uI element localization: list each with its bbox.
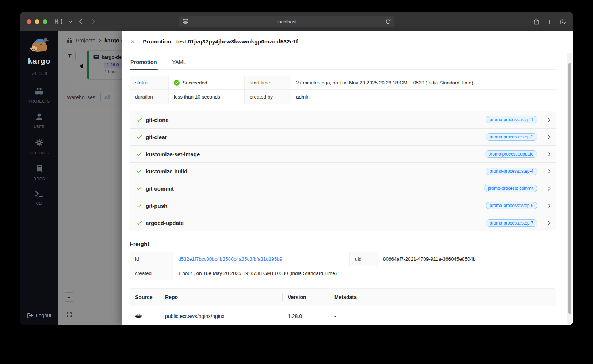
sidebar-item-label: SETTINGS xyxy=(29,151,49,155)
sidebar-toggle-icon[interactable] xyxy=(54,12,63,31)
app-viewport: kargo v1.5.0 PROJECTS xyxy=(20,31,573,325)
step-name: kustomize-build xyxy=(146,168,187,175)
check-icon xyxy=(137,221,142,225)
step-alias-badge: promo-process::step-4 xyxy=(486,168,537,175)
check-icon xyxy=(137,204,142,208)
kargo-sidebar: kargo v1.5.0 PROJECTS xyxy=(20,31,58,325)
logout-icon xyxy=(27,313,33,318)
source-metadata: - xyxy=(329,306,556,325)
freight-id-label: id xyxy=(130,252,173,266)
tab-promotion[interactable]: Promotion xyxy=(130,56,158,69)
sidebar-item-settings[interactable]: SETTINGS xyxy=(29,138,49,155)
step-name: git-commit xyxy=(146,185,174,192)
freight-created-value: 1 hour , on Tue May 20 2025 19:35:38 GMT… xyxy=(173,266,556,280)
browser-toolbar: localhost + xyxy=(20,12,573,31)
chevron-right-icon xyxy=(548,186,551,191)
check-icon xyxy=(137,187,142,191)
check-icon xyxy=(137,135,142,139)
step-name: git-clone xyxy=(146,117,169,123)
check-icon xyxy=(137,169,142,173)
reload-icon[interactable] xyxy=(386,19,391,24)
book-icon xyxy=(35,165,43,174)
sidebar-item-projects[interactable]: PROJECTS xyxy=(28,87,50,103)
col-metadata: Metadata xyxy=(329,289,556,306)
step-alias-badge: promo-process::step-7 xyxy=(486,219,537,227)
address-bar[interactable]: localhost xyxy=(179,16,394,27)
status-value: Succeeded xyxy=(169,76,245,90)
created-by-label: created by xyxy=(245,90,291,104)
forward-button[interactable] xyxy=(88,12,98,31)
duration-value: less than 10 seconds xyxy=(169,90,245,104)
chevron-right-icon xyxy=(548,169,551,174)
kargo-wordmark: kargo xyxy=(28,57,50,65)
logout-button[interactable]: Logout xyxy=(27,313,51,318)
step-alias-badge: promo-process::step-6 xyxy=(486,202,537,209)
modal-tabs: Promotion YAML xyxy=(130,56,556,70)
sidebar-item-label: PROJECTS xyxy=(28,99,50,103)
step-row-argocd-update[interactable]: argocd-update promo-process::step-7 xyxy=(130,214,556,231)
start-time-label: start time xyxy=(245,76,291,90)
window-close-button[interactable] xyxy=(27,19,31,24)
step-row-git-commit[interactable]: git-commit promo-process::commit xyxy=(130,180,556,197)
status-text: Succeeded xyxy=(183,80,207,85)
duration-label: duration xyxy=(130,90,169,104)
step-row-git-push[interactable]: git-push promo-process::step-6 xyxy=(130,197,556,214)
window-minimize-button[interactable] xyxy=(35,19,39,24)
promotion-info-table: status Succeeded start time 27 minutes a… xyxy=(130,76,556,104)
step-row-git-clone[interactable]: git-clone promo-process::step-1 xyxy=(130,111,556,129)
new-tab-icon[interactable]: + xyxy=(547,18,552,26)
tab-yaml[interactable]: YAML xyxy=(172,56,187,69)
source-version: 1.28.0 xyxy=(283,306,329,325)
chevron-right-icon xyxy=(548,152,551,157)
freight-uid-label: uid xyxy=(350,252,378,266)
page-reader-icon xyxy=(183,19,188,24)
share-icon[interactable] xyxy=(533,18,539,25)
sidebar-item-docs[interactable]: DOCS xyxy=(34,165,45,181)
user-icon xyxy=(35,113,43,122)
toolbar-divider xyxy=(65,19,65,24)
check-icon xyxy=(137,152,142,156)
chevron-right-icon xyxy=(548,118,551,122)
toolbar-right: + xyxy=(533,12,566,31)
sidebar-item-user[interactable]: USER xyxy=(34,113,45,129)
sidebar-item-cli[interactable]: CLI xyxy=(35,191,43,206)
freight-sources-table: Source Repo Version Metadata xyxy=(130,288,556,325)
step-row-kustomize-build[interactable]: kustomize-build promo-process::step-4 xyxy=(130,163,556,180)
col-repo: Repo xyxy=(160,289,283,306)
freight-table: id d532e1f7bcc80bc4b3580c4a35c3fbfa31d19… xyxy=(130,252,556,280)
freight-created-label: created xyxy=(130,266,173,280)
chevron-right-icon xyxy=(548,221,551,225)
step-alias-badge: promo-process::step-2 xyxy=(486,133,537,141)
start-time-value: 27 minutes ago, on Tue May 20 2025 20:28… xyxy=(291,76,556,90)
source-repo: public.ecr.aws/nginx/nginx xyxy=(160,306,283,325)
freight-heading: Freight xyxy=(130,241,556,248)
terminal-icon xyxy=(35,191,43,199)
close-icon[interactable]: × xyxy=(130,38,135,45)
tab-overview-icon[interactable] xyxy=(560,19,566,24)
scrollbar-thumb[interactable] xyxy=(568,63,571,314)
window-controls xyxy=(27,19,47,24)
chevron-right-icon xyxy=(548,135,551,139)
step-alias-badge: promo-process::step-1 xyxy=(486,116,537,123)
promotion-steps-list: git-clone promo-process::step-1 git-clea… xyxy=(130,111,556,231)
success-check-icon xyxy=(174,80,180,86)
promotion-modal: × Promotion - test.01jvq37py4jhew8kwwmkg… xyxy=(122,31,573,325)
step-row-kustomize-set-image[interactable]: kustomize-set-image promo-process::updat… xyxy=(130,146,556,163)
sources-header-row: Source Repo Version Metadata xyxy=(130,289,556,306)
freight-uid-value: 80664af7-2821-4709-911a-366045e8504b xyxy=(378,252,556,266)
freight-id-link[interactable]: d532e1f7bcc80bc4b3580c4a35c3fbfa31d195b9 xyxy=(178,256,282,262)
window-zoom-button[interactable] xyxy=(43,19,47,24)
back-button[interactable] xyxy=(76,12,86,31)
sidebar-nav: PROJECTS USER xyxy=(28,87,50,215)
step-row-git-clear[interactable]: git-clear promo-process::step-2 xyxy=(130,129,556,146)
kargo-logo xyxy=(28,36,51,56)
step-name: kustomize-set-image xyxy=(146,151,200,157)
source-type-cell xyxy=(130,306,160,325)
chevron-right-icon xyxy=(548,203,551,208)
check-icon xyxy=(137,118,142,122)
status-label: status xyxy=(130,76,169,90)
chevron-down-icon[interactable] xyxy=(67,12,73,31)
version-label: v1.5.0 xyxy=(31,71,47,76)
step-alias-badge: promo-process::commit xyxy=(484,185,537,192)
col-version: Version xyxy=(283,289,329,306)
